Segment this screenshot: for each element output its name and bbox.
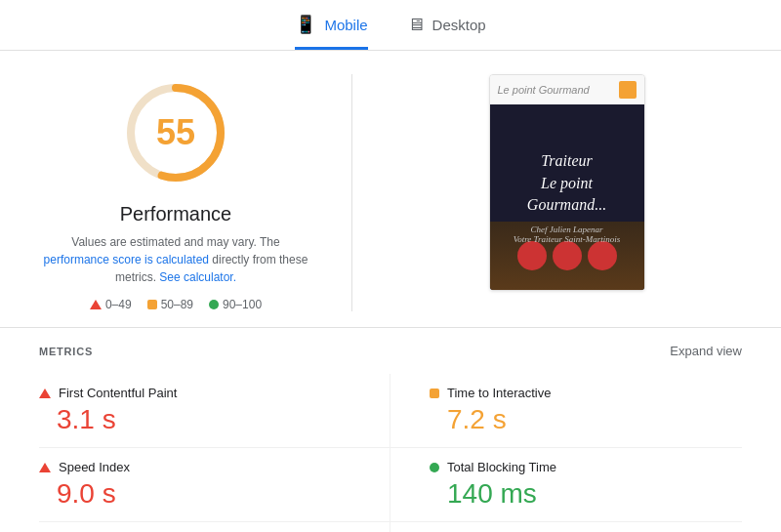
tti-indicator xyxy=(430,389,439,398)
screenshot-subtitle: Chef Julien LapenarVotre Traiteur Saint-… xyxy=(514,225,621,244)
legend-bad-range: 0–49 xyxy=(105,298,132,311)
orange-dot xyxy=(619,81,637,99)
mobile-icon: 📱 xyxy=(295,14,316,35)
tti-label: Time to Interactive xyxy=(447,386,551,400)
legend-avg-range: 50–89 xyxy=(161,298,193,311)
metric-fcp: First Contentful Paint 3.1 s xyxy=(39,374,390,448)
metric-tti: Time to Interactive 7.2 s xyxy=(390,374,742,448)
metric-tti-label-row: Time to Interactive xyxy=(430,386,742,400)
metrics-grid: First Contentful Paint 3.1 s Time to Int… xyxy=(39,374,742,532)
metric-lcp: Largest Contentful Paint 8.8 s xyxy=(39,522,390,532)
legend-bad: 0–49 xyxy=(90,298,132,311)
metric-si-label-row: Speed Index xyxy=(39,460,350,474)
score-circle: 55 xyxy=(117,74,234,191)
metric-cls: Cumulative Layout Shift 0 xyxy=(390,522,742,532)
triangle-red-icon-2 xyxy=(39,463,51,472)
triangle-icon xyxy=(90,300,102,309)
main-content: 55 Performance Values are estimated and … xyxy=(0,51,781,532)
screenshot-section: Le point Gourmand Traiteur Le point Gour… xyxy=(391,74,742,291)
desktop-icon: 🖥 xyxy=(407,15,425,35)
note-link2[interactable]: See calculator. xyxy=(159,270,236,284)
note-link1[interactable]: performance score is calculated xyxy=(44,253,209,266)
metrics-header: METRICS Expand view xyxy=(39,344,742,358)
metric-tbt-label-row: Total Blocking Time xyxy=(430,460,742,474)
si-value: 9.0 s xyxy=(39,478,350,510)
tab-mobile-label: Mobile xyxy=(324,17,367,33)
screenshot-brand: Le point Gourmand xyxy=(498,84,590,96)
food-item-2 xyxy=(553,241,582,270)
circle-green-icon xyxy=(430,463,439,472)
tabs-bar: 📱 Mobile 🖥 Desktop xyxy=(0,0,781,51)
square-orange-icon xyxy=(430,389,439,398)
triangle-red-icon xyxy=(39,389,51,398)
screenshot-body: Traiteur Le point Gourmand... Chef Julie… xyxy=(490,104,644,290)
score-value: 55 xyxy=(156,112,195,153)
fcp-indicator xyxy=(39,389,51,398)
metric-si: Speed Index 9.0 s xyxy=(39,448,390,522)
screenshot-header: Le point Gourmand xyxy=(490,75,644,104)
legend-good: 90–100 xyxy=(209,298,262,311)
tab-desktop[interactable]: 🖥 Desktop xyxy=(407,15,486,50)
si-label: Speed Index xyxy=(59,460,130,474)
perf-note: Values are estimated and may vary. The p… xyxy=(39,233,312,286)
tab-desktop-label: Desktop xyxy=(432,17,486,33)
food-item-3 xyxy=(588,241,617,270)
si-indicator xyxy=(39,463,51,472)
tbt-value: 140 ms xyxy=(430,478,742,510)
legend-good-range: 90–100 xyxy=(223,298,262,311)
screenshot-card: Le point Gourmand Traiteur Le point Gour… xyxy=(489,74,645,291)
metric-tbt: Total Blocking Time 140 ms xyxy=(390,448,742,522)
metric-fcp-label-row: First Contentful Paint xyxy=(39,386,350,400)
fcp-label: First Contentful Paint xyxy=(59,386,177,400)
metrics-section: METRICS Expand view First Contentful Pai… xyxy=(0,327,781,532)
tti-value: 7.2 s xyxy=(430,404,742,435)
circle-icon xyxy=(209,300,219,309)
tbt-indicator xyxy=(430,463,439,472)
fcp-value: 3.1 s xyxy=(39,404,350,435)
screenshot-title: Traiteur Le point Gourmand... xyxy=(527,150,606,216)
note-prefix: Values are estimated and may vary. The xyxy=(71,235,279,249)
metrics-title: METRICS xyxy=(39,346,93,357)
legend-average: 50–89 xyxy=(147,298,193,311)
vertical-divider xyxy=(351,74,352,311)
tab-mobile[interactable]: 📱 Mobile xyxy=(295,14,367,50)
legend: 0–49 50–89 90–100 xyxy=(90,298,262,311)
score-section: 55 Performance Values are estimated and … xyxy=(39,74,312,311)
square-icon xyxy=(147,300,157,309)
tbt-label: Total Blocking Time xyxy=(447,460,556,474)
perf-title: Performance xyxy=(120,203,232,225)
expand-view-button[interactable]: Expand view xyxy=(670,344,742,358)
food-item-1 xyxy=(517,241,547,270)
top-section: 55 Performance Values are estimated and … xyxy=(0,51,781,327)
